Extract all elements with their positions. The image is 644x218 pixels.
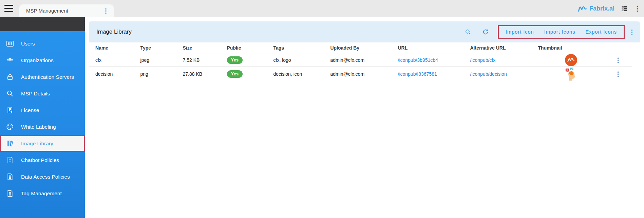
cell-tags: decision, icon: [273, 66, 330, 82]
books-icon: [6, 140, 14, 148]
alternative-url-link[interactable]: /iconpub/cfx: [470, 57, 496, 63]
sidebar-item-label: Authentication Servers: [21, 74, 74, 80]
row-kebab-icon[interactable]: ⋮: [615, 56, 621, 64]
cell-type: png: [140, 66, 183, 82]
row-kebab-icon[interactable]: ⋮: [615, 70, 621, 78]
cell-size: 7.52 KB: [183, 54, 227, 66]
column-header-thumbnail: Thumbnail: [538, 42, 604, 54]
panel-header: Image Library Import Icon Import Icons E…: [89, 21, 640, 42]
sidebar: Users Organizations Au: [0, 17, 85, 218]
search-icon[interactable]: [463, 28, 473, 37]
topbar-right-cluster: Fabrix.ai ⋮: [578, 0, 641, 17]
document-icon: [6, 156, 14, 164]
cell-thumbnail: [538, 66, 604, 82]
decision-head-thumbnail[interactable]: [565, 67, 577, 82]
toolbar-annotation-box: Import Icon Import Icons Export Icons: [498, 25, 625, 39]
users-icon: [6, 40, 14, 48]
column-header-tags: Tags: [273, 42, 330, 54]
sidebar-item-tag-management[interactable]: Tag Management: [0, 185, 85, 202]
panel-kebab-icon[interactable]: ⋮: [629, 28, 635, 36]
tab-kebab-icon[interactable]: ⋮: [103, 8, 109, 14]
cell-name: cfx: [89, 54, 140, 66]
sidebar-nav: Users Organizations Au: [0, 31, 85, 202]
image-library-table: Name Type Size Public Tags Uploaded By U…: [89, 42, 632, 82]
public-badge: Yes: [227, 70, 243, 78]
cell-tags: cfx, logo: [273, 54, 330, 66]
alternative-url-link[interactable]: /iconpub/decision: [470, 71, 507, 77]
cell-uploaded-by: admin@cfx.com: [330, 66, 398, 82]
sidebar-item-label: Chatbot Policies: [21, 157, 59, 163]
sidebar-item-white-labeling[interactable]: White Labeling: [0, 119, 85, 135]
sidebar-item-label: License: [21, 107, 39, 113]
app-screen: MSP Management ⋮ Fabrix.ai: [0, 0, 644, 218]
cell-actions: ⋮: [604, 54, 632, 66]
sidebar-item-authentication-servers[interactable]: Authentication Servers: [0, 69, 85, 85]
hamburger-menu-icon[interactable]: [4, 5, 13, 12]
cell-alternative-url: /iconpub/decision: [470, 66, 538, 82]
cell-url: /iconpub/3b951cb4: [398, 54, 470, 66]
fabrix-logo-icon: [578, 5, 587, 12]
column-header-size: Size: [183, 42, 227, 54]
cell-actions: ⋮: [604, 66, 632, 82]
sidebar-item-users[interactable]: Users: [0, 35, 85, 52]
app-tab[interactable]: MSP Management ⋮: [19, 4, 114, 17]
topbar-kebab-icon[interactable]: ⋮: [634, 5, 641, 13]
sidebar-item-chatbot-policies[interactable]: Chatbot Policies: [0, 152, 85, 168]
cell-public: Yes: [227, 66, 273, 82]
sidebar-item-label: MSP Details: [21, 91, 50, 97]
cell-uploaded-by: admin@cfx.com: [330, 54, 398, 66]
lock-icon: [6, 73, 14, 81]
cell-type: jpeg: [140, 54, 183, 66]
url-link[interactable]: /iconpub/3b951cb4: [398, 57, 438, 63]
fabrix-logo-thumbnail[interactable]: [565, 54, 577, 66]
column-header-actions: [604, 42, 632, 54]
brand-name: Fabrix.ai: [589, 5, 614, 12]
sidebar-item-organizations[interactable]: Organizations: [0, 52, 85, 69]
sidebar-item-label: White Labeling: [21, 124, 56, 130]
table-header-row: Name Type Size Public Tags Uploaded By U…: [89, 42, 632, 54]
sidebar-item-msp-details[interactable]: MSP Details: [0, 85, 85, 102]
tab-title: MSP Management: [26, 8, 103, 14]
page-title: Image Library: [96, 29, 132, 35]
magnifier-icon: [6, 90, 14, 98]
column-header-alternative-url: Alternative URL: [470, 42, 538, 54]
sidebar-item-label: Users: [21, 41, 35, 47]
column-header-url: URL: [398, 42, 470, 54]
refresh-icon[interactable]: [481, 27, 490, 37]
cell-public: Yes: [227, 54, 273, 66]
export-icons-button[interactable]: Export Icons: [585, 29, 617, 35]
sidebar-item-image-library[interactable]: Image Library: [0, 135, 85, 152]
import-icon-button[interactable]: Import Icon: [506, 29, 534, 35]
license-icon: [6, 106, 14, 114]
sidebar-item-data-access-policies[interactable]: Data Access Policies: [0, 168, 85, 185]
column-header-uploaded-by: Uploaded By: [330, 42, 398, 54]
top-bar: MSP Management ⋮ Fabrix.ai: [0, 0, 644, 17]
url-link[interactable]: /iconpub/f8367581: [398, 71, 437, 77]
column-header-name: Name: [89, 42, 140, 54]
document-icon: [6, 189, 14, 198]
table-row: cfx jpeg 7.52 KB Yes cfx, logo admin@cfx…: [89, 54, 632, 66]
cell-alternative-url: /iconpub/cfx: [470, 54, 538, 66]
sidebar-item-label: Tag Management: [21, 190, 62, 197]
server-stack-icon[interactable]: [620, 4, 629, 13]
document-icon: [6, 173, 14, 181]
palette-icon: [6, 123, 14, 131]
cell-thumbnail: [538, 54, 604, 66]
cell-size: 27.88 KB: [183, 66, 227, 82]
column-header-public: Public: [227, 42, 273, 54]
table-row: decision png 27.88 KB Yes decision, icon…: [89, 66, 632, 82]
cell-name: decision: [89, 66, 140, 82]
brand-logo: Fabrix.ai: [578, 5, 614, 12]
public-badge: Yes: [227, 56, 243, 64]
import-icons-button[interactable]: Import Icons: [544, 29, 575, 35]
sidebar-item-label: Organizations: [21, 57, 54, 63]
organizations-icon: [6, 56, 14, 65]
sidebar-item-label: Data Access Policies: [21, 174, 70, 180]
main-content: Image Library Import Icon Import Icons E…: [89, 21, 640, 82]
sidebar-item-label: Image Library: [21, 141, 53, 147]
cell-url: /iconpub/f8367581: [398, 66, 470, 82]
sidebar-item-license[interactable]: License: [0, 102, 85, 119]
column-header-type: Type: [140, 42, 183, 54]
sidebar-header: [0, 17, 85, 31]
